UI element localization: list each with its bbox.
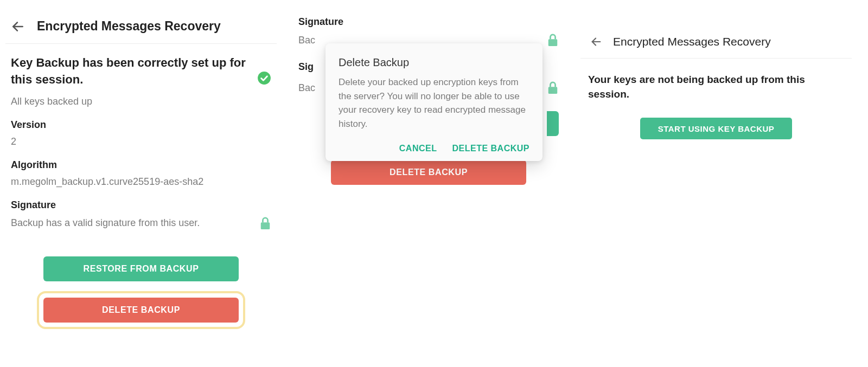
check-circle-icon	[257, 71, 271, 85]
status-row: Key Backup has been correctly set up for…	[11, 55, 271, 88]
page-title: Encrypted Messages Recovery	[613, 35, 771, 48]
delete-backup-button[interactable]: DELETE BACKUP	[331, 160, 526, 185]
no-backup-message: Your keys are not being backed up from t…	[580, 59, 852, 101]
start-key-backup-button[interactable]: START USING KEY BACKUP	[640, 118, 792, 139]
button-stack: RESTORE FROM BACKUP DELETE BACKUP	[11, 256, 271, 329]
backup-sub-text: All keys backed up	[11, 96, 271, 107]
version-value: 2	[11, 136, 271, 147]
signature-row: Backup has a valid signature from this u…	[11, 216, 271, 230]
algorithm-label: Algorithm	[11, 159, 271, 171]
svg-rect-4	[548, 87, 558, 94]
back-arrow-icon[interactable]	[590, 36, 602, 48]
delete-backup-dialog: Delete Backup Delete your backed up encr…	[326, 43, 542, 161]
panel-backup-setup: Encrypted Messages Recovery Key Backup h…	[5, 11, 277, 356]
panel-no-backup: Encrypted Messages Recovery Your keys ar…	[580, 11, 852, 356]
lock-icon	[259, 216, 271, 230]
highlight-ring: DELETE BACKUP	[37, 291, 245, 329]
confirm-delete-button[interactable]: DELETE BACKUP	[452, 144, 529, 153]
content: Key Backup has been correctly set up for…	[5, 44, 277, 340]
lock-icon	[547, 33, 559, 47]
header: Encrypted Messages Recovery	[5, 11, 277, 44]
svg-rect-2	[261, 222, 270, 229]
delete-button-wrap: DELETE BACKUP	[298, 160, 559, 185]
lock-icon	[547, 81, 559, 95]
dialog-actions: CANCEL DELETE BACKUP	[339, 144, 529, 153]
header: Encrypted Messages Recovery	[580, 11, 852, 59]
back-arrow-icon[interactable]	[11, 20, 25, 34]
svg-point-1	[258, 72, 271, 85]
signature-label: Signature	[11, 199, 271, 211]
signature-text-clipped-2: Bac	[298, 82, 320, 94]
version-label: Version	[11, 119, 271, 131]
restore-from-backup-button[interactable]: RESTORE FROM BACKUP	[43, 256, 239, 281]
svg-rect-3	[548, 39, 558, 46]
delete-backup-button[interactable]: DELETE BACKUP	[43, 298, 239, 323]
algorithm-value: m.megolm_backup.v1.curve25519-aes-sha2	[11, 176, 271, 188]
signature-label: Signature	[298, 16, 559, 28]
signature-text: Backup has a valid signature from this u…	[11, 217, 200, 229]
page-title: Encrypted Messages Recovery	[37, 19, 221, 34]
status-text: Key Backup has been correctly set up for…	[11, 55, 248, 88]
dialog-title: Delete Backup	[339, 56, 529, 69]
signature-text-clipped: Bac	[298, 35, 320, 46]
cancel-button[interactable]: CANCEL	[399, 144, 437, 153]
dialog-body: Delete your backed up encryption keys fr…	[339, 75, 529, 131]
panel-delete-dialog: Signature Bac Sig Bac	[293, 11, 564, 356]
button-wrap: START USING KEY BACKUP	[580, 118, 852, 139]
